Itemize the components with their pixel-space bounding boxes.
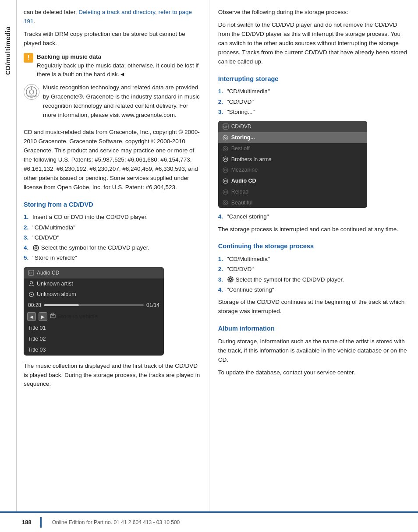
after-interrupt-para: The storage process is interrupted and c… xyxy=(218,225,410,234)
para-after-screenshot: The music collection is displayed and th… xyxy=(24,362,201,389)
time-elapsed: 00:28 xyxy=(28,301,41,309)
cddvd-row-bestoff[interactable]: Best off xyxy=(218,143,367,154)
storing-row-label: Storing... xyxy=(231,134,255,142)
brothers-icon xyxy=(223,156,229,162)
audiocd-label: Audio CD xyxy=(231,177,256,185)
section-storing-heading: Storing from a CD/DVD xyxy=(24,200,201,210)
storing-step-4: 4. Select the symbol for the CD/DVD play… xyxy=(24,243,201,252)
storing-step-1: 1. Insert a CD or DVD into the CD/DVD pl… xyxy=(24,213,201,222)
cddvd-row-mezzanine[interactable]: Mezzanine xyxy=(218,165,367,176)
store-in-vehicle-btn[interactable]: Store in vehicle xyxy=(50,312,98,321)
beautiful-icon xyxy=(223,200,229,206)
album-para1: During storage, information such as the … xyxy=(218,337,410,365)
observe-para1: Observe the following during the storage… xyxy=(218,8,410,17)
storing-step-2: 2. "CD/Multimedia" xyxy=(24,223,201,232)
warning-icon: ! xyxy=(24,53,33,63)
storing-step-3: 3. "CD/DVD" xyxy=(24,233,201,242)
sidebar-label: CD/multimedia xyxy=(4,26,13,75)
left-column: can be deleted later, Deleting a track a… xyxy=(17,0,209,532)
svg-point-30 xyxy=(225,191,227,193)
interrupt-step4-list: 4. "Cancel storing" xyxy=(218,212,410,221)
cddvd-row-storing[interactable]: Storing... xyxy=(218,132,367,143)
warning-heading: Backing up music data xyxy=(37,53,101,60)
album-icon xyxy=(28,292,34,298)
mezzanine-label: Mezzanine xyxy=(231,166,258,174)
gracenote-text2: CD and music-related data from Gracenote… xyxy=(24,128,201,192)
gracenote-row: gracenote Music recognition technology a… xyxy=(24,83,201,123)
svg-point-23 xyxy=(223,157,228,162)
ui-row-time: 00:28 01/14 xyxy=(24,300,164,310)
svg-point-34 xyxy=(229,278,231,281)
warning-box: ! Backing up music data Regularly back u… xyxy=(24,53,201,79)
page-number: 188 xyxy=(22,518,32,527)
audiocd-icon xyxy=(223,178,229,184)
continue-step-3: 3. Select the symbol for the CD/DVD play… xyxy=(218,275,410,284)
storing-row-icon xyxy=(223,134,229,141)
cd-titlebar-icon: GF xyxy=(28,270,34,276)
svg-rect-15 xyxy=(50,314,55,318)
album-para2: To update the database, contact your ser… xyxy=(218,368,410,377)
cd-symbol-icon xyxy=(32,244,39,251)
svg-point-12 xyxy=(30,282,32,284)
svg-point-24 xyxy=(225,159,227,160)
svg-point-29 xyxy=(223,190,228,194)
svg-text:GF: GF xyxy=(223,125,228,128)
title01-label: Title 01 xyxy=(28,324,46,332)
store-label: Store in vehicle xyxy=(57,313,98,320)
svg-text:GF: GF xyxy=(29,271,33,275)
title02-label: Title 02 xyxy=(28,335,46,343)
ui-titlebar-label: Audio CD xyxy=(37,269,59,277)
next-button[interactable]: ▶ xyxy=(39,312,47,321)
section-continuing-heading: Continuing the storage process xyxy=(218,242,410,251)
svg-point-27 xyxy=(223,179,228,183)
continue-cd-symbol-icon xyxy=(227,276,234,283)
controls-row: ◀ ▶ Store in vehicle xyxy=(24,310,164,323)
bestoff-icon xyxy=(223,145,229,151)
mezzanine-icon xyxy=(223,167,229,173)
artist-icon xyxy=(28,281,34,287)
svg-text:gracenote: gracenote xyxy=(28,95,37,97)
beautiful-label: Beautiful xyxy=(231,199,253,207)
cddvd-screenshot: GF CD/DVD Storing... Best off xyxy=(218,121,367,208)
warning-content: Backing up music data Regularly back up … xyxy=(37,53,201,79)
gracenote-icon: gracenote xyxy=(24,84,39,100)
bestoff-label: Best off xyxy=(231,144,250,153)
progress-fill xyxy=(44,304,79,306)
svg-point-32 xyxy=(225,202,227,204)
storing-step-5: 5. "Store in vehicle" xyxy=(24,254,201,262)
svg-point-26 xyxy=(225,169,227,171)
main-content: can be deleted later, Deleting a track a… xyxy=(17,0,418,532)
cddvd-row-reload[interactable]: Reload xyxy=(218,187,367,197)
drm-para: Tracks with DRM copy protection can be s… xyxy=(24,30,201,48)
ui-row-artist: Unknown artist xyxy=(24,278,164,289)
svg-point-21 xyxy=(223,146,228,151)
ui-row-title03: Title 03 xyxy=(24,345,164,356)
observe-para2: Do not switch to the CD/DVD player and d… xyxy=(218,21,410,67)
continue-step-2: 2. "CD/DVD" xyxy=(218,265,410,274)
footer: 188 Online Edition for Part no. 01 41 2 … xyxy=(0,511,418,532)
ui-row-album: Unknown album xyxy=(24,289,164,300)
cddvd-row-beautiful[interactable]: Beautiful xyxy=(218,197,367,208)
cancel-storing-label: "Cancel storing" xyxy=(227,212,269,221)
svg-point-31 xyxy=(223,200,228,205)
cddvd-row-brothers[interactable]: Brothers in arms xyxy=(218,154,367,165)
footer-divider xyxy=(40,517,42,528)
interrupt-step-4: 4. "Cancel storing" xyxy=(218,212,410,221)
right-column: Observe the following during the storage… xyxy=(209,0,418,532)
svg-point-1 xyxy=(29,90,34,94)
continue-step-4: 4. "Continue storing" xyxy=(218,285,410,294)
svg-point-19 xyxy=(223,135,228,140)
title03-label: Title 03 xyxy=(28,346,46,354)
brothers-label: Brothers in arms xyxy=(231,155,272,164)
ui-row-title02: Title 02 xyxy=(24,334,164,345)
reload-label: Reload xyxy=(231,188,249,196)
para-deleted-link: can be deleted later, Deleting a track a… xyxy=(24,8,201,26)
cddvd-titlebar: GF CD/DVD xyxy=(218,121,367,132)
store-icon xyxy=(50,313,56,318)
prev-button[interactable]: ◀ xyxy=(27,312,36,321)
after-continuing-para: Storage of the CD/DVD continues at the b… xyxy=(218,298,410,316)
storing-steps-list: 1. Insert a CD or DVD into the CD/DVD pl… xyxy=(24,213,201,262)
cddvd-row-audiocd[interactable]: Audio CD xyxy=(218,176,367,187)
continue-step-1: 1. "CD/Multimedia" xyxy=(218,255,410,264)
gracenote-text1: Music recognition technology and related… xyxy=(43,83,201,120)
